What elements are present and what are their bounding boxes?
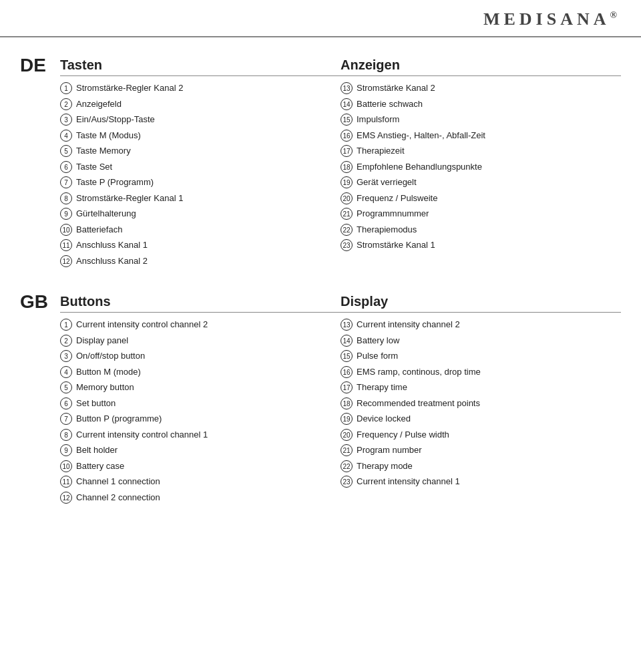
item-text: Frequency / Pulse width bbox=[357, 428, 449, 442]
item-number: 9 bbox=[60, 444, 72, 456]
item-number: 8 bbox=[60, 192, 72, 204]
item-number: 18 bbox=[341, 161, 353, 173]
list-item: 22Therapy mode bbox=[341, 460, 621, 473]
list-item: 3Ein/Aus/Stopp-Taste bbox=[60, 113, 341, 126]
list-item: 2Anzeigefeld bbox=[60, 98, 341, 111]
right-column-gb: Display13Current intensity channel 214Ba… bbox=[341, 294, 621, 506]
item-number: 16 bbox=[341, 130, 353, 142]
item-number: 11 bbox=[60, 476, 72, 488]
item-text: Stromstärke Kanal 2 bbox=[357, 81, 435, 95]
item-number: 14 bbox=[341, 335, 353, 347]
item-number: 2 bbox=[60, 335, 72, 347]
item-number: 7 bbox=[60, 413, 72, 425]
item-number: 9 bbox=[60, 208, 72, 220]
item-text: EMS ramp, continous, drop time bbox=[357, 365, 481, 379]
item-text: Display panel bbox=[76, 334, 128, 347]
list-item: 3On/off/stop button bbox=[60, 349, 341, 363]
lang-label-gb: GB bbox=[20, 291, 60, 313]
item-number: 1 bbox=[60, 319, 72, 331]
item-text: Frequenz / Pulsweite bbox=[357, 192, 437, 205]
item-number: 21 bbox=[341, 444, 353, 456]
item-text: Button M (mode) bbox=[76, 365, 141, 379]
left-title-de: Tasten bbox=[60, 57, 341, 76]
list-item: 6Taste Set bbox=[60, 160, 341, 174]
item-text: Belt holder bbox=[76, 444, 118, 457]
item-text: On/off/stop button bbox=[76, 349, 145, 363]
item-number: 4 bbox=[60, 366, 72, 378]
right-title-de: Anzeigen bbox=[341, 57, 621, 76]
brand-logo: MEDISANA® bbox=[483, 9, 621, 29]
main-content: DETasten1Stromstärke-Regler Kanal 22Anze… bbox=[0, 37, 641, 544]
list-item: 1Stromstärke-Regler Kanal 2 bbox=[60, 81, 341, 95]
item-number: 1 bbox=[60, 82, 72, 94]
list-item: 18Empfohlene Behandlungspunkte bbox=[341, 160, 621, 174]
list-item: 20Frequenz / Pulsweite bbox=[341, 192, 621, 205]
left-column-de: Tasten1Stromstärke-Regler Kanal 22Anzeig… bbox=[60, 57, 341, 270]
item-text: EMS Anstieg-, Halten-, Abfall-Zeit bbox=[357, 129, 485, 142]
item-text: Pulse form bbox=[357, 349, 398, 363]
item-number: 19 bbox=[341, 176, 353, 188]
list-item: 11Anschluss Kanal 1 bbox=[60, 238, 341, 252]
item-text: Empfohlene Behandlungspunkte bbox=[357, 160, 482, 174]
item-text: Therapiemodus bbox=[357, 223, 417, 236]
right-column-de: Anzeigen13Stromstärke Kanal 214Batterie … bbox=[341, 57, 621, 270]
list-item: 7Button P (programme) bbox=[60, 412, 341, 426]
list-item: 20Frequency / Pulse width bbox=[341, 428, 621, 442]
item-text: Current intensity channel 1 bbox=[357, 475, 460, 488]
lang-label-de: DE bbox=[20, 55, 60, 76]
list-item: 16EMS Anstieg-, Halten-, Abfall-Zeit bbox=[341, 129, 621, 142]
item-number: 18 bbox=[341, 397, 353, 409]
item-number: 13 bbox=[341, 82, 353, 94]
section-de: DETasten1Stromstärke-Regler Kanal 22Anze… bbox=[20, 57, 621, 270]
list-item: 17Therapy time bbox=[341, 381, 621, 394]
item-text: Set button bbox=[76, 397, 116, 410]
item-text: Taste P (Programm) bbox=[76, 176, 154, 189]
section-header-gb: GBButtons1Current intensity control chan… bbox=[20, 294, 621, 506]
page-header: MEDISANA® bbox=[0, 0, 641, 37]
list-item: 9Gürtelhalterung bbox=[60, 207, 341, 220]
right-title-gb: Display bbox=[341, 294, 621, 313]
columns-wrapper-gb: Buttons1Current intensity control channe… bbox=[60, 294, 621, 506]
item-number: 3 bbox=[60, 114, 72, 126]
item-number: 14 bbox=[341, 98, 353, 110]
list-item: 21Program number bbox=[341, 444, 621, 457]
item-text: Channel 2 connection bbox=[76, 491, 160, 504]
item-text: Current intensity control channel 2 bbox=[76, 318, 208, 331]
item-text: Therapy time bbox=[357, 381, 407, 394]
item-number: 21 bbox=[341, 208, 353, 220]
list-item: 8Current intensity control channel 1 bbox=[60, 428, 341, 442]
item-number: 5 bbox=[60, 381, 72, 393]
list-item: 19Device locked bbox=[341, 412, 621, 426]
item-text: Gerät verriegelt bbox=[357, 176, 417, 189]
list-item: 2Display panel bbox=[60, 334, 341, 347]
list-item: 22Therapiemodus bbox=[341, 223, 621, 236]
list-item: 14Battery low bbox=[341, 334, 621, 347]
item-number: 13 bbox=[341, 319, 353, 331]
list-item: 5Memory button bbox=[60, 381, 341, 394]
item-number: 23 bbox=[341, 476, 353, 488]
item-number: 22 bbox=[341, 460, 353, 472]
item-text: Anschluss Kanal 1 bbox=[76, 238, 148, 252]
list-item: 23Stromstärke Kanal 1 bbox=[341, 238, 621, 252]
item-number: 17 bbox=[341, 145, 353, 157]
list-item: 19Gerät verriegelt bbox=[341, 176, 621, 189]
item-text: Stromstärke-Regler Kanal 2 bbox=[76, 81, 183, 95]
item-number: 10 bbox=[60, 224, 72, 236]
item-text: Stromstärke Kanal 1 bbox=[357, 238, 435, 252]
item-number: 17 bbox=[341, 381, 353, 393]
item-text: Memory button bbox=[76, 381, 134, 394]
left-column-gb: Buttons1Current intensity control channe… bbox=[60, 294, 341, 506]
list-item: 10Battery case bbox=[60, 460, 341, 473]
item-text: Taste Memory bbox=[76, 144, 131, 158]
list-item: 13Stromstärke Kanal 2 bbox=[341, 81, 621, 95]
item-text: Therapiezeit bbox=[357, 144, 405, 158]
item-text: Gürtelhalterung bbox=[76, 207, 136, 220]
list-item: 15Pulse form bbox=[341, 349, 621, 363]
registered-mark: ® bbox=[610, 10, 621, 20]
item-text: Battery case bbox=[76, 460, 124, 473]
item-number: 12 bbox=[60, 492, 72, 504]
item-text: Ein/Aus/Stopp-Taste bbox=[76, 113, 155, 126]
item-text: Impulsform bbox=[357, 113, 399, 126]
list-item: 18Recommended treatment points bbox=[341, 397, 621, 410]
item-number: 8 bbox=[60, 429, 72, 441]
